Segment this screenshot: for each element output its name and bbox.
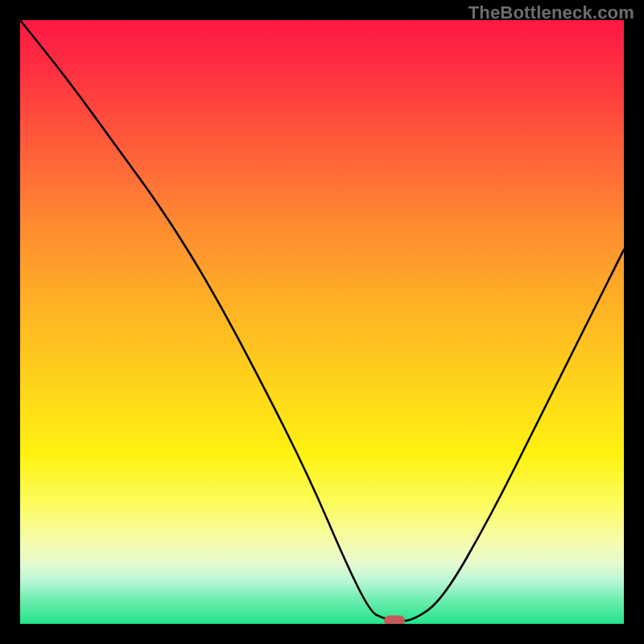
- curve-svg: [20, 20, 624, 624]
- plot-area: [20, 20, 624, 624]
- curve-path: [20, 20, 624, 621]
- brand-watermark: TheBottleneck.com: [469, 2, 634, 23]
- chart-frame: TheBottleneck.com: [0, 0, 644, 644]
- min-marker: [384, 616, 405, 625]
